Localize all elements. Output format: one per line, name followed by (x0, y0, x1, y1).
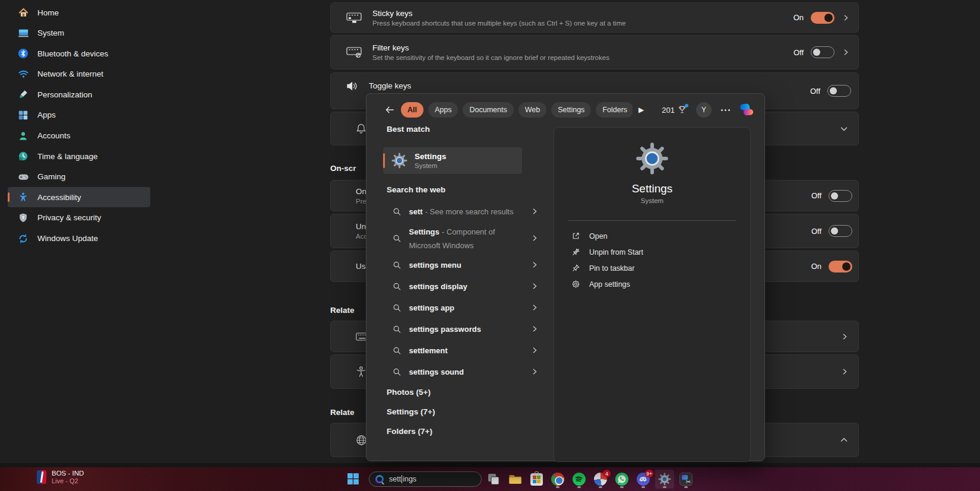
toggle-keys-toggle[interactable] (827, 85, 851, 97)
section-heading-related-support: Relate (330, 408, 355, 417)
sidebar-item-label: Accessibility (37, 193, 81, 202)
chrome-button[interactable] (548, 470, 567, 489)
account-avatar[interactable]: Y (696, 102, 712, 118)
tab-all[interactable]: All (401, 102, 423, 118)
sidebar-item-privacy-security[interactable]: Privacy & security (8, 208, 150, 228)
best-match-subtitle: System (415, 162, 446, 169)
pin-to-taskbar-action[interactable]: Pin to taskbar (571, 260, 750, 276)
taskbar-search-input[interactable]: settings (369, 471, 482, 487)
spotify-icon (573, 473, 586, 486)
discord-button[interactable]: 9+ (634, 470, 653, 489)
tab-documents[interactable]: Documents (463, 102, 513, 118)
rewards-points[interactable]: 201 (662, 105, 687, 115)
suggestion-settings-app[interactable]: settings app (383, 297, 541, 318)
settings-gear-icon (658, 473, 671, 486)
sidebar-item-windows-update[interactable]: Windows Update (8, 229, 150, 249)
whatsapp-button[interactable] (612, 470, 631, 489)
suggestion-settlement[interactable]: settlement (383, 340, 541, 361)
print-screen-toggle[interactable] (829, 261, 852, 273)
access-keys-toggle[interactable] (829, 225, 852, 237)
gear-icon (571, 280, 580, 289)
toggle-state-label: Off (807, 227, 821, 236)
store-icon (530, 473, 543, 486)
sidebar-item-time-language[interactable]: Time & language (8, 146, 150, 166)
sidebar-item-apps[interactable]: Apps (8, 105, 150, 125)
more-filters-icon[interactable]: ▶ (638, 106, 644, 114)
rewards-badge-dot (685, 104, 688, 107)
open-external-icon (571, 232, 580, 240)
filter-keys-row[interactable]: Filter keys Set the sensitivity of the k… (330, 35, 859, 69)
chevron-right-icon (840, 332, 849, 341)
pin-icon (571, 264, 580, 273)
group-photos[interactable]: Photos (5+) (387, 382, 435, 402)
chevron-up-icon (839, 435, 849, 445)
suggestion-settings-menu[interactable]: settings menu (383, 254, 541, 275)
filter-keys-icon (346, 46, 362, 58)
spotify-button[interactable] (570, 470, 589, 489)
text-caret (402, 475, 402, 483)
sidebar-item-accessibility[interactable]: Accessibility (8, 187, 150, 207)
tab-apps[interactable]: Apps (428, 102, 459, 118)
sidebar-item-bluetooth-devices[interactable]: Bluetooth & devices (8, 43, 150, 64)
suggestion-settings-component[interactable]: Settings- Component of Microsoft Windows (383, 222, 541, 254)
whatsapp-icon (615, 473, 628, 486)
suggestion-sett[interactable]: sett- See more search results (383, 201, 541, 222)
search-icon (393, 234, 402, 243)
suggestion-settings-sound[interactable]: settings sound (383, 361, 541, 382)
group-folders[interactable]: Folders (7+) (387, 422, 435, 441)
home-icon (17, 7, 29, 18)
sidebar-item-personalization[interactable]: Personalization (8, 84, 150, 104)
suggestion-settings-passwords[interactable]: settings passwords (383, 318, 541, 340)
microsoft-store-button[interactable] (527, 470, 546, 489)
best-match-settings-item[interactable]: Settings System (383, 147, 522, 174)
tab-folders[interactable]: Folders (596, 102, 633, 118)
bluetooth-icon (17, 47, 29, 59)
web-suggestions-list: sett- See more search results Settings- … (383, 201, 541, 382)
snipping-tool-icon: ✂ (679, 473, 693, 486)
start-button[interactable] (347, 473, 359, 485)
settings-app-button[interactable] (655, 470, 674, 489)
preview-app-title: Settings (632, 182, 673, 195)
suggestion-settings-display[interactable]: settings display (383, 275, 541, 297)
tab-web[interactable]: Web (519, 102, 546, 118)
sidebar-item-label: Home (37, 8, 59, 17)
filter-keys-toggle[interactable] (811, 46, 834, 58)
open-action[interactable]: Open (571, 228, 750, 244)
settings-sidebar: Home System Bluetooth & devices Network … (0, 0, 152, 463)
task-view-icon (487, 473, 500, 486)
sidebar-item-label: Personalization (37, 90, 92, 99)
chevron-right-icon (530, 207, 539, 216)
taskbar-seam (0, 463, 980, 467)
taskbar-app-icons: 4 9+ ✂ (484, 470, 696, 489)
app-settings-action[interactable]: App settings (571, 276, 750, 292)
wifi-icon (17, 68, 29, 80)
group-settings[interactable]: Settings (7+) (387, 402, 435, 422)
search-icon (393, 282, 402, 291)
tab-settings[interactable]: Settings (551, 102, 591, 118)
chevron-right-icon (530, 234, 539, 242)
copilot-icon[interactable] (739, 103, 754, 117)
windows-logo-icon (347, 473, 359, 485)
sidebar-item-gaming[interactable]: Gaming (8, 167, 150, 187)
search-icon (393, 325, 402, 334)
sports-score-widget[interactable]: BOS - IND Live - Q2 (37, 470, 84, 484)
task-view-button[interactable] (484, 470, 503, 489)
sidebar-item-accounts[interactable]: Accounts (8, 126, 150, 146)
file-explorer-button[interactable] (505, 470, 524, 489)
sidebar-item-home[interactable]: Home (8, 2, 150, 23)
sticky-keys-row[interactable]: Sticky keys Press keyboard shortcuts tha… (330, 2, 859, 33)
onscreen-keyboard-toggle[interactable] (829, 190, 852, 202)
unpin-from-start-action[interactable]: Unpin from Start (571, 244, 750, 260)
chevron-right-icon (842, 48, 850, 56)
more-options-icon[interactable] (721, 107, 730, 113)
back-icon[interactable] (384, 104, 395, 115)
photos-app-button[interactable]: 4 (591, 470, 610, 489)
sidebar-item-system[interactable]: System (8, 23, 150, 43)
sticky-keys-toggle[interactable] (811, 12, 834, 24)
sidebar-item-network-internet[interactable]: Network & internet (8, 64, 150, 84)
snipping-tool-button[interactable]: ✂ (676, 470, 696, 489)
chrome-icon (551, 473, 564, 486)
search-icon (393, 207, 402, 216)
sidebar-item-label: Windows Update (37, 234, 98, 243)
chevron-right-icon (530, 325, 539, 333)
